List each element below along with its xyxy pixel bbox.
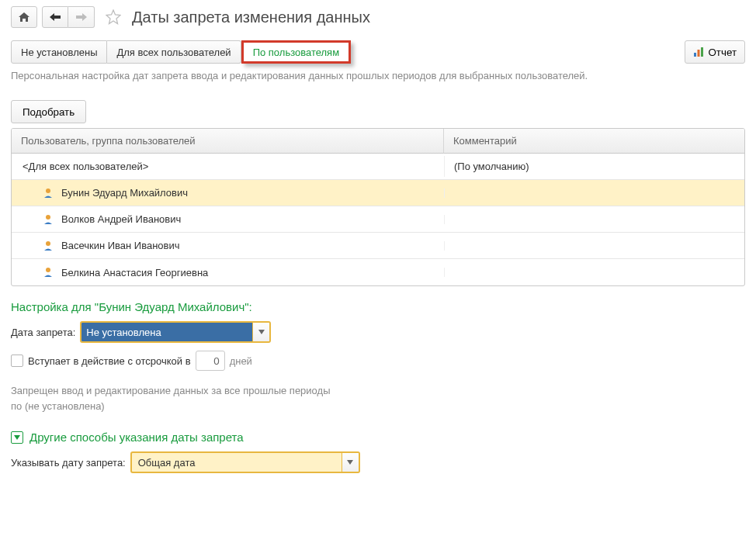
svg-point-5 [46,241,50,246]
table-row[interactable]: <Для всех пользователей> (По умолчанию) [12,154,744,180]
user-cell: Бунин Эдуард Михайлович [61,187,188,199]
home-button[interactable] [11,6,37,28]
info-line-2: по (не установлена) [11,399,745,414]
star-icon [106,9,121,25]
table-row[interactable]: Белкина Анастасия Георгиевна [12,259,744,285]
home-icon [18,12,30,22]
table-row[interactable]: Волков Андрей Иванович [12,206,744,233]
report-button[interactable]: Отчет [685,40,746,64]
table-row[interactable]: Бунин Эдуард Михайлович [12,180,744,206]
users-table: Пользователь, группа пользователей Комме… [11,128,745,286]
table-row[interactable]: Васечкин Иван Иванович [12,233,744,259]
user-icon [43,267,54,278]
user-icon [43,188,54,199]
mode-dropdown-button[interactable] [342,453,359,472]
date-value: Не установлена [81,323,252,341]
delay-checkbox[interactable] [11,355,23,367]
date-combo[interactable]: Не установлена [80,321,271,343]
date-dropdown-button[interactable] [252,323,269,341]
svg-rect-1 [697,50,699,57]
other-methods-header: Другие способы указания даты запрета [29,431,244,444]
arrow-right-icon [75,12,88,22]
user-cell: Белкина Анастасия Георгиевна [61,267,208,278]
comment-cell [444,241,744,251]
mode-value: Общая дата [132,453,342,472]
svg-point-4 [46,215,50,220]
column-comment[interactable]: Комментарий [444,129,744,154]
comment-cell [444,268,744,277]
tab-by-users[interactable]: По пользователям [241,40,351,64]
user-cell: Васечкин Иван Иванович [61,240,180,251]
mode-combo[interactable]: Общая дата [130,451,360,473]
comment-cell [444,215,744,224]
page-title: Даты запрета изменения данных [132,9,370,26]
svg-rect-2 [701,47,703,57]
mode-label: Указывать дату запрета: [11,457,126,469]
delay-input[interactable] [196,351,225,371]
user-icon [43,214,54,225]
user-cell: <Для всех пользователей> [23,161,148,172]
user-cell: Волков Андрей Иванович [61,213,181,225]
svg-rect-0 [694,53,696,57]
chevron-down-icon [14,435,20,440]
pick-button[interactable]: Подобрать [11,100,86,123]
date-label: Дата запрета: [11,327,75,338]
chevron-down-icon [258,330,265,334]
back-button[interactable] [42,6,68,28]
svg-point-6 [46,268,50,272]
info-line-1: Запрещен ввод и редактирование данных за… [11,383,745,399]
comment-cell [444,188,744,198]
column-user[interactable]: Пользователь, группа пользователей [12,129,444,154]
chevron-down-icon [347,460,353,465]
arrow-left-icon [49,12,61,22]
tab-all-users[interactable]: Для всех пользователей [107,40,241,64]
svg-point-3 [46,188,50,193]
delay-unit: дней [230,355,252,367]
favorite-button[interactable] [104,8,123,26]
comment-cell: (По умолчанию) [444,156,744,177]
expand-toggle[interactable] [11,431,23,444]
tab-not-set[interactable]: Не установлены [11,40,107,64]
report-label: Отчет [709,47,737,58]
description-text: Персональная настройка дат запрета ввода… [11,70,745,81]
delay-label: Вступает в действие с отсрочкой в [28,355,191,367]
settings-header: Настройка для "Бунин Эдуард Михайлович": [11,300,745,313]
user-icon [43,240,54,251]
forward-button[interactable] [68,6,95,28]
chart-icon [693,47,704,57]
